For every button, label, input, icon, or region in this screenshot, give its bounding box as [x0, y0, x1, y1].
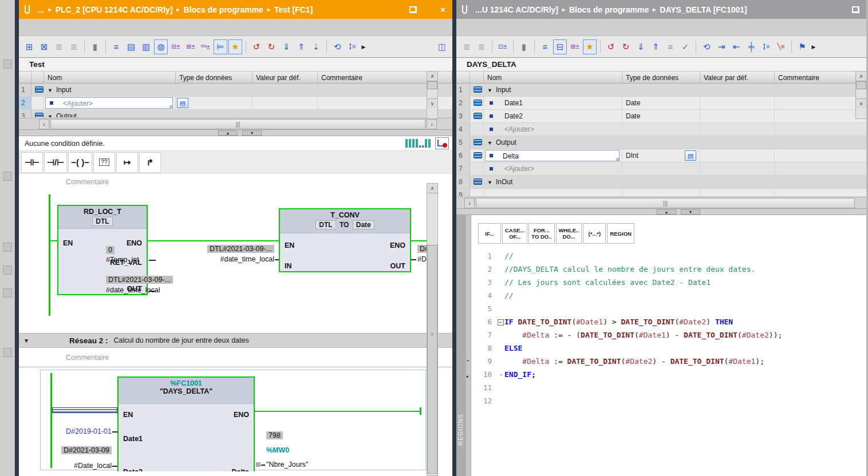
pin-eno[interactable]: ENO	[127, 239, 142, 247]
keep-actual-values-icon[interactable]: ▮	[88, 39, 102, 54]
table-splitter[interactable]: ▲ ▼	[456, 208, 866, 215]
table-row[interactable]: 6DeltaDInt▤	[456, 149, 866, 162]
pin-delta[interactable]: Delta	[231, 468, 249, 471]
table-row[interactable]: 2<Ajouter>▤	[19, 97, 452, 110]
type-cell[interactable]	[622, 176, 700, 188]
comment-cell[interactable]	[775, 97, 866, 109]
table-row[interactable]: 9	[456, 189, 866, 197]
type-cell[interactable]	[622, 189, 700, 196]
pin-eno[interactable]: ENO	[390, 241, 405, 249]
type-cell[interactable]: Date	[622, 97, 700, 109]
column-header[interactable]: Nom	[484, 72, 622, 83]
scl-editor[interactable]: IF...CASE...OF...FOR...TO DO..WHILE..DO.…	[471, 215, 866, 476]
indent-icon[interactable]: ⇥	[715, 39, 728, 54]
comment-cell[interactable]	[775, 123, 866, 136]
default-value-cell[interactable]	[700, 110, 775, 122]
expand-toolbar-icon[interactable]: ▶	[810, 39, 817, 54]
default-value-cell[interactable]	[700, 189, 775, 196]
code-line[interactable]: 4//	[471, 289, 866, 302]
column-header[interactable]: Commentaire	[775, 72, 866, 83]
resize-handle[interactable]	[169, 105, 172, 108]
type-cell[interactable]	[622, 84, 700, 96]
comment-cell[interactable]	[775, 136, 866, 149]
breadcrumb-item[interactable]: Blocs de programme	[569, 5, 649, 14]
scroll-up-icon[interactable]: ∧	[856, 72, 866, 81]
table-row[interactable]: 3Date2Date	[456, 110, 866, 123]
call-structure-icon[interactable]: ⟲	[330, 39, 344, 54]
outdent-icon[interactable]: ⇤	[729, 39, 743, 54]
code-line[interactable]: 7 #Delta := - (DATE_TO_DINT(#Date1) - DA…	[471, 328, 866, 342]
table-row[interactable]: 7<Ajouter>	[456, 162, 866, 176]
box-parameters-icon[interactable]: ⊟±	[169, 39, 183, 54]
bookmark-icon[interactable]: ⚑	[795, 39, 809, 54]
vscroll-thumb[interactable]	[427, 81, 437, 89]
coil-icon[interactable]: −( )−	[68, 152, 92, 173]
comment-cell[interactable]	[775, 110, 866, 122]
operand-temp-int[interactable]: #Temp_int	[106, 256, 139, 264]
upload-icon[interactable]: ⇑	[294, 39, 308, 54]
scroll-down-icon[interactable]: ∨	[856, 98, 866, 108]
expand-icon[interactable]: ▼	[48, 114, 53, 117]
pin-en[interactable]: EN	[285, 241, 294, 249]
scroll-left-icon[interactable]: ‹	[464, 198, 475, 208]
name-cell[interactable]: ▼Output	[44, 110, 176, 117]
scroll-up-icon[interactable]: ∧	[427, 72, 437, 81]
favorites-pane-icon[interactable]: ⊨	[214, 39, 227, 54]
code-area[interactable]: 1//2//DAYS_DELTA calcul le nombre de jou…	[471, 249, 866, 407]
pin-eno[interactable]: ENO	[234, 411, 249, 419]
download-icon[interactable]: ⇓	[634, 39, 648, 54]
unmark-lines-icon[interactable]: ╲≡	[774, 39, 788, 54]
pin-date2[interactable]: Date2	[123, 468, 143, 471]
export-icon[interactable]: ⊡±	[496, 39, 510, 54]
keep-actual-values-icon[interactable]: ▮	[517, 39, 531, 54]
pin-en[interactable]: EN	[63, 239, 73, 247]
add-row-icon[interactable]: ≣	[475, 39, 488, 54]
minimize-icon[interactable]	[394, 6, 401, 13]
network2-comment[interactable]: Commentaire	[19, 348, 452, 367]
discard-changes-icon[interactable]: ↺	[604, 39, 618, 54]
expand-icon[interactable]: ▼	[48, 88, 53, 93]
add-row-icon[interactable]: ≣	[67, 39, 81, 54]
network-comments-icon[interactable]: ▤	[124, 39, 138, 54]
insert-row-icon[interactable]: ≣	[52, 39, 66, 54]
fold-gutter[interactable]: −	[496, 318, 504, 326]
pin-date1[interactable]: Date1	[123, 435, 143, 443]
breadcrumb-item[interactable]: ...	[38, 5, 45, 14]
column-header[interactable]: Type de données	[622, 72, 700, 83]
no-contact-icon[interactable]: ⊣⊢	[21, 152, 43, 173]
expand-toolbar-icon[interactable]: ▶	[360, 39, 367, 54]
restore-down-icon[interactable]	[852, 6, 859, 13]
network1-comment[interactable]: Commentaire	[19, 174, 452, 190]
edit-favorites-icon[interactable]: ★	[583, 39, 597, 54]
type-cell[interactable]	[622, 123, 700, 136]
code-line[interactable]: 11	[471, 381, 866, 394]
docked-panel-tab[interactable]	[3, 265, 12, 275]
table-row[interactable]: 1▼Input	[456, 84, 866, 97]
mark-lines-icon[interactable]: ╏≡	[759, 39, 773, 54]
split-editor-icon[interactable]: ◫	[435, 39, 449, 54]
name-cell[interactable]: ▼InOut	[484, 176, 622, 188]
docked-panel-tab[interactable]	[3, 348, 12, 357]
operand-date-time-local[interactable]: #date_time_local	[191, 255, 274, 263]
code-line[interactable]: 1//	[471, 249, 866, 263]
type-cell[interactable]: ▤	[176, 97, 252, 109]
default-value-cell[interactable]	[700, 84, 775, 96]
breadcrumb-item[interactable]: Test [FC1]	[274, 5, 313, 14]
code-line[interactable]: 6−IF DATE_TO_DINT(#Date1) > DATE_TO_DINT…	[471, 315, 866, 328]
type-cell[interactable]	[622, 162, 700, 175]
network-titles-icon[interactable]: ▥	[139, 39, 153, 54]
days-delta-call-block[interactable]: %FC1001 "DAYS_DELTA" EN ENO Date1 Date2 …	[117, 376, 255, 471]
type-cell[interactable]: DInt▤	[622, 149, 700, 162]
cross-references-icon[interactable]: ╏≡	[345, 39, 359, 54]
t-conv-block[interactable]: T_CONV DTL TO Date EN ENO IN OUT	[279, 208, 411, 272]
left-titlebar[interactable]: ...▸PLC_2 [CPU 1214C AC/DC/Rly]▸Blocs de…	[19, 0, 452, 19]
code-line[interactable]: 2//DAYS_DELTA calcul le nombre de jours …	[471, 263, 866, 276]
insert-row-icon[interactable]: ≣	[460, 39, 474, 54]
type-cell[interactable]	[622, 136, 700, 149]
comment-cell[interactable]	[775, 162, 866, 175]
pin-in[interactable]: IN	[285, 262, 292, 270]
format-code-icon[interactable]: ╪	[744, 39, 758, 54]
compile-icon[interactable]: ✓	[678, 39, 692, 54]
operand-clipped[interactable]: #D	[417, 255, 427, 263]
snippet-tab-for[interactable]: FOR...TO DO..	[528, 223, 554, 244]
